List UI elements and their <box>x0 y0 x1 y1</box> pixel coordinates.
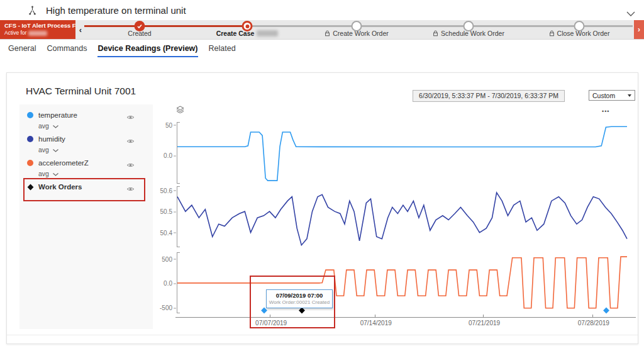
chevron-down-icon <box>53 149 58 152</box>
collapse-header-chevron-icon[interactable] <box>626 8 635 19</box>
process-scroll-right-button[interactable]: › <box>634 20 644 39</box>
series-color-dot <box>27 112 33 118</box>
tab-related[interactable]: Related <box>209 44 236 57</box>
chevron-down-icon <box>53 170 58 177</box>
aggregation-value: avg <box>38 122 49 130</box>
tab-bar: GeneralCommandsDevice Readings (Preview)… <box>8 44 236 57</box>
chevron-down-icon <box>53 125 58 128</box>
x-axis-tick <box>375 315 375 318</box>
legend-row: humidity <box>27 135 148 143</box>
tooltip-datetime: 07/09/2019 07:00 <box>267 292 332 299</box>
series-color-dot <box>27 136 33 142</box>
y-axis-tick-label: 500 <box>162 255 172 262</box>
stage-circle-active <box>242 21 253 31</box>
x-axis-tick-label: 07/28/2019 <box>578 320 609 326</box>
series-color-dot <box>27 160 33 166</box>
y-axis-tick-label: 0.0 <box>164 152 172 159</box>
process-stage-create-case[interactable]: Create Case <box>194 20 301 39</box>
aggregation-dropdown[interactable]: avg <box>38 170 148 177</box>
stage-circle-done <box>135 21 145 31</box>
process-stage-close-work-order[interactable]: Close Work Order <box>526 20 633 39</box>
chevron-down-icon <box>53 173 58 176</box>
legend-label: Work Orders <box>38 183 82 191</box>
process-stage-schedule-work-order[interactable]: Schedule Work Order <box>415 20 522 39</box>
process-stage-create-work-order[interactable]: Create Work Order <box>303 20 410 39</box>
visibility-eye-icon <box>126 162 135 168</box>
visibility-eye-icon <box>126 114 135 120</box>
device-readings-card: HVAC Terminal Unit 7001 6/30/2019, 5:33:… <box>6 72 638 344</box>
plot-area: 500.0 50.650.550.4 5000.0-500 07/07/2019… <box>177 120 626 344</box>
card-bottom-divider <box>7 335 638 335</box>
select-arrow-icon <box>628 94 631 97</box>
lock-icon <box>325 30 330 36</box>
work-order-diamond-icon <box>28 184 34 190</box>
process-name: CFS - IoT Alert Process Fl... <box>4 22 71 29</box>
work-order-tooltip: 07/09/2019 07:00 Work Order:00021 Create… <box>266 289 333 308</box>
x-axis-tick <box>592 315 593 318</box>
business-process-flow: CFS - IoT Alert Process Fl... Active for… <box>0 20 644 40</box>
tab-device-readings-preview[interactable]: Device Readings (Preview) <box>97 44 197 57</box>
accelerometer-chart: 5000.0-500 <box>177 252 627 313</box>
stage-label-text: Schedule Work Order <box>441 30 504 37</box>
stage-circle-locked <box>574 21 585 31</box>
visibility-eye-icon <box>126 138 135 144</box>
series-legend: temperatureavghumidityavgaccelerometerZa… <box>19 104 153 329</box>
toggle-visibility-button[interactable] <box>126 159 135 170</box>
aggregation-dropdown[interactable]: avg <box>38 146 148 153</box>
toggle-visibility-button[interactable] <box>126 183 135 194</box>
y-axis-tick-label: 50.4 <box>160 229 172 236</box>
legend-item-humidity: humidityavg <box>27 135 148 153</box>
y-axis-tick-label: 50.6 <box>160 187 172 194</box>
y-axis-tick-label: 0.0 <box>164 280 172 287</box>
iot-alert-record-icon <box>28 6 37 15</box>
legend-item-work-orders: Work Orders <box>27 182 148 191</box>
tab-commands[interactable]: Commands <box>47 44 87 57</box>
legend-item-temperature: temperatureavg <box>27 111 148 130</box>
tooltip-detail: Work Order:00021 Created <box>267 299 332 305</box>
legend-item-accelerometerz: accelerometerZavg <box>27 159 148 177</box>
toggle-visibility-button[interactable] <box>126 111 135 123</box>
x-axis-tick-label: 07/07/2019 <box>255 320 287 326</box>
date-range-button[interactable]: 6/30/2019, 5:33:37 PM - 7/30/2019, 6:33:… <box>413 90 565 102</box>
process-scroll-left-button[interactable]: ‹ <box>76 22 85 37</box>
redacted-duration <box>28 31 47 36</box>
layers-icon[interactable] <box>176 104 184 116</box>
legend-row: Work Orders <box>27 182 148 191</box>
legend-row: temperature <box>27 111 148 120</box>
lock-icon <box>549 30 555 36</box>
aggregation-dropdown[interactable]: avg <box>38 122 148 130</box>
tab-general[interactable]: General <box>8 44 36 57</box>
range-mode-select[interactable]: Custom <box>589 90 635 101</box>
stage-label-text: Close Work Order <box>557 30 610 37</box>
range-mode-value: Custom <box>592 92 615 99</box>
process-active-for: Active for <box>4 30 26 36</box>
stage-current-dot <box>245 25 249 28</box>
x-axis-line <box>175 317 636 318</box>
aggregation-value: avg <box>38 170 49 177</box>
aggregation-value: avg <box>38 146 49 153</box>
legend-label: temperature <box>38 111 77 119</box>
chart-title: HVAC Terminal Unit 7001 <box>26 86 136 97</box>
humidity-chart: 50.650.550.4 <box>177 186 627 247</box>
toggle-visibility-button[interactable] <box>126 135 135 147</box>
legend-label: accelerometerZ <box>38 159 89 167</box>
legend-label: humidity <box>38 135 65 143</box>
process-record-badge[interactable]: CFS - IoT Alert Process Fl... Active for <box>0 20 75 39</box>
visibility-eye-icon <box>126 186 135 192</box>
page-title: High temperature on terminal unit <box>46 5 186 16</box>
more-options-icon[interactable]: ••• <box>602 108 609 114</box>
stage-circle-locked <box>464 21 474 31</box>
y-axis-tick-label: -500 <box>160 304 172 311</box>
x-axis-tick-label: 07/21/2019 <box>469 320 500 326</box>
temperature-chart: 500.0 <box>177 122 627 184</box>
chevron-down-icon <box>53 122 58 130</box>
x-axis-tick-label: 07/14/2019 <box>360 320 392 326</box>
lock-icon <box>433 30 438 36</box>
y-axis-tick-label: 50 <box>165 121 172 128</box>
stage-circle-locked <box>352 21 362 31</box>
app-header: High temperature on terminal unit <box>0 0 644 20</box>
chevron-down-icon <box>53 146 58 153</box>
legend-row: accelerometerZ <box>27 159 148 167</box>
process-stage-created[interactable]: Created <box>86 20 193 39</box>
redacted-case-id <box>257 30 278 36</box>
